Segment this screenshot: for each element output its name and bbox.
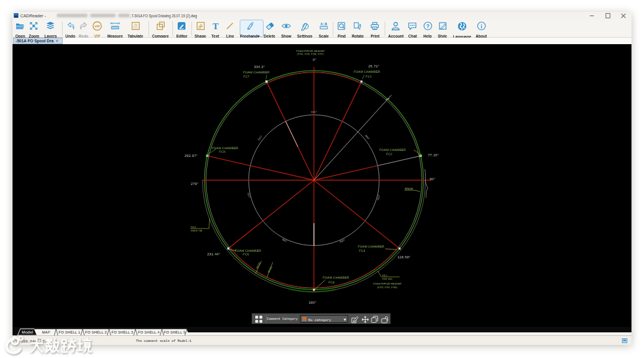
svg-text:FOAM PIPING HEADER: FOAM PIPING HEADER (373, 282, 402, 285)
svg-text:FC4: FC4 (329, 281, 335, 285)
svg-text:(FO1, FO2, FO6, FO7): (FO1, FO2, FO6, FO7) (297, 53, 324, 55)
svg-text:128.58°: 128.58° (398, 255, 411, 260)
svg-text:FOAM CHAMBER: FOAM CHAMBER (212, 147, 239, 150)
svg-text:FC1: FC1 (366, 75, 371, 79)
svg-text:2871.79: 2871.79 (42, 340, 57, 344)
svg-text:R5026: R5026 (255, 261, 261, 268)
svg-text:FOAM CHAMBER: FOAM CHAMBER (323, 276, 349, 280)
svg-text:FC3: FC3 (359, 249, 365, 253)
svg-text:VIP: VIP (95, 25, 100, 29)
svg-text:FOAM PIPING HEADER: FOAM PIPING HEADER (296, 50, 325, 53)
svg-text:180°: 180° (308, 301, 316, 305)
svg-text:3667: 3667 (339, 238, 346, 243)
svg-text:R5026: R5026 (405, 187, 413, 190)
svg-text:282.87°: 282.87° (185, 154, 198, 158)
svg-text:FOAM CHAMBER: FOAM CHAMBER (243, 71, 270, 75)
svg-text:FO.2: FO.2 (191, 226, 196, 229)
svg-text:25: 25 (134, 23, 137, 26)
svg-text:MAP: MAP (42, 331, 51, 335)
svg-text:3117: 3117 (247, 192, 251, 199)
svg-text:278°: 278° (191, 182, 199, 186)
svg-text:PIPE R50: PIPE R50 (382, 278, 392, 280)
svg-text:FOAM CHAMBER: FOAM CHAMBER (379, 149, 406, 152)
svg-text:334.3°: 334.3° (254, 65, 265, 69)
svg-text:FC5: FC5 (243, 253, 249, 257)
svg-text:5117: 5117 (257, 135, 263, 141)
svg-text:5117: 5117 (311, 110, 317, 113)
svg-text:390.044: 390.044 (21, 340, 37, 344)
svg-text:FO SHELL 5: FO SHELL 5 (164, 331, 186, 335)
svg-text:A:B: A:B (321, 22, 327, 26)
svg-text:3117: 3117 (376, 194, 380, 200)
svg-text:FO.1: FO.1 (382, 274, 387, 277)
svg-text:FOAM CHAMBER: FOAM CHAMBER (358, 245, 385, 249)
svg-text:25.72°: 25.72° (369, 64, 380, 69)
svg-text:231.44°: 231.44° (208, 252, 221, 257)
svg-text:0°: 0° (312, 58, 316, 62)
svg-text:FC6: FC6 (219, 150, 225, 154)
svg-text:(FO3, FO4, FO5): (FO3, FO4, FO5) (377, 286, 398, 289)
svg-text:FC7: FC7 (243, 75, 249, 79)
svg-text:RISER 766: RISER 766 (191, 230, 202, 232)
svg-text:?: ? (426, 23, 429, 29)
svg-text:FOAM CHAMBER: FOAM CHAMBER (235, 249, 262, 253)
svg-text:FO SHELL 2: FO SHELL 2 (85, 331, 107, 335)
svg-text:Model: Model (22, 331, 33, 335)
svg-text:FC2: FC2 (386, 153, 392, 156)
svg-text:FO SHELL 4: FO SHELL 4 (138, 331, 160, 335)
svg-text:3667: 3667 (281, 237, 288, 243)
svg-text:FO SHELL 1: FO SHELL 1 (58, 331, 80, 335)
svg-text:90°: 90° (430, 177, 436, 181)
svg-text:FO SHELL 3: FO SHELL 3 (112, 331, 134, 335)
svg-text:77.15°: 77.15° (428, 153, 439, 158)
svg-text:FOAM CHAMBER: FOAM CHAMBER (354, 70, 380, 74)
svg-text:R5026: R5026 (267, 265, 273, 273)
